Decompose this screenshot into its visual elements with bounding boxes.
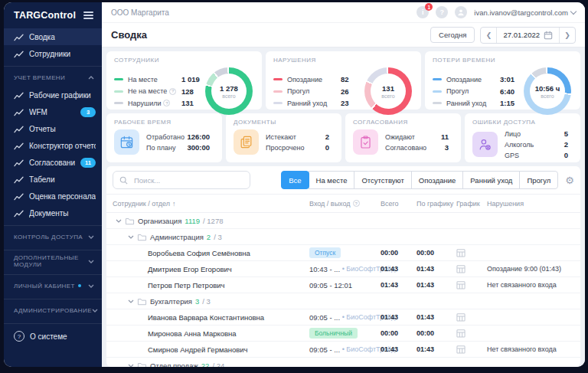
filter-button-отсутствуют[interactable]: Отсутствуют xyxy=(354,171,411,189)
total-hours: 01:43 xyxy=(381,265,416,273)
column-header-label: Всего xyxy=(381,200,399,208)
help-circle-icon[interactable]: ? xyxy=(163,100,170,106)
user-menu[interactable]: ivan.ivanov@targcontrol.com xyxy=(474,8,576,17)
menu-icon[interactable] xyxy=(83,11,93,19)
employee-row[interactable]: Петров Петр Петрович09:05 - 12:0101:4301… xyxy=(106,277,580,293)
row-expand-chevron-icon[interactable] xyxy=(116,219,122,223)
date-picker[interactable]: 27.01.2022 xyxy=(497,31,559,40)
info-card-title: РАБОЧЕЕ ВРЕМЯ xyxy=(114,119,214,126)
column-header[interactable]: По графику xyxy=(416,200,456,208)
employee-name: Смирнов Андрей Германович xyxy=(148,345,248,354)
help-icon[interactable]: ? xyxy=(436,6,448,18)
info-cards: РАБОЧЕЕ ВРЕМЯОтработано126:00По плану300… xyxy=(106,113,580,162)
sidebar-item-wfm[interactable]: WFM3 xyxy=(4,103,102,120)
group-row[interactable]: Организация1119/ 1278 xyxy=(106,213,580,229)
sidebar-item-согласование[interactable]: Согласование11 xyxy=(4,154,102,171)
prev-day-button[interactable]: ❮ xyxy=(481,28,497,43)
sidebar-item-label: Оценка персонала xyxy=(29,192,96,201)
schedule-icon[interactable] xyxy=(456,345,466,354)
column-header[interactable]: Всего xyxy=(381,200,416,208)
sidebar-item-отчеты[interactable]: Отчеты xyxy=(4,120,102,137)
group-present-count: 1119 xyxy=(185,217,200,225)
legend-item: Прогул6:40 xyxy=(433,87,514,96)
sidebar-item-документы[interactable]: Документы xyxy=(4,204,102,221)
filter-button-прогул[interactable]: Прогул xyxy=(519,171,558,189)
column-header[interactable]: Нарушения xyxy=(487,200,574,208)
filter-button-опоздание[interactable]: Опоздание xyxy=(411,171,464,189)
sidebar-section-header[interactable]: ЛИЧНЫЙ КАБИНЕТ xyxy=(4,276,102,295)
violation-text: Нет связанного входа xyxy=(487,345,574,353)
column-header-label: Нарушения xyxy=(487,200,524,208)
column-header[interactable]: График xyxy=(456,200,487,208)
schedule-icon[interactable] xyxy=(456,312,466,322)
info-card-title: ДОКУМЕНТЫ xyxy=(234,119,334,126)
info-stat-row: GPS0 xyxy=(505,151,573,159)
donut-total-label: всего xyxy=(541,93,554,99)
column-header[interactable]: Сотрудник / отдел↑ xyxy=(113,200,309,208)
info-stat-row: Алкоголь2 xyxy=(505,140,573,149)
sidebar-item-about[interactable]: ? О системе xyxy=(4,326,102,347)
group-row[interactable]: Администрация2/ 3 xyxy=(106,229,580,245)
notifications-icon[interactable]: i1 xyxy=(416,6,429,18)
schedule-icon[interactable] xyxy=(456,248,466,257)
employee-row[interactable]: Иванова Варвара Константиновна09:05 - ..… xyxy=(106,309,580,326)
employee-row[interactable]: Смирнов Андрей Германович09:05 - ... • Б… xyxy=(106,342,580,358)
info-stat-value: 11 xyxy=(441,133,449,141)
sidebar-item-конструктор-отчетов[interactable]: Конструктор отчетов xyxy=(4,137,102,154)
avatar[interactable] xyxy=(455,6,467,18)
sidebar-item-сотрудники[interactable]: Сотрудники xyxy=(4,45,102,62)
column-header-label: По графику xyxy=(416,200,453,208)
row-expand-chevron-icon[interactable] xyxy=(128,299,134,303)
folder-icon xyxy=(137,362,147,368)
info-stat-value: 300:00 xyxy=(187,143,210,152)
sidebar-sections-collapsed: КОНТРОЛЬ ДОСТУПАДОПОЛНИТЕЛЬНЫЕ МОДУЛИЛИЧ… xyxy=(4,221,102,319)
employee-row[interactable]: Миронова Анна МарковнаБольничный00:0000:… xyxy=(106,326,580,342)
help-circle-icon[interactable]: ? xyxy=(169,88,176,95)
schedule-icon[interactable] xyxy=(456,329,466,338)
gear-icon[interactable]: ⚙ xyxy=(565,175,574,185)
schedule-icon[interactable] xyxy=(456,264,466,273)
help-circle-icon[interactable]: ? xyxy=(353,200,360,207)
sidebar-item-оценка-персонала[interactable]: Оценка персонала xyxy=(4,188,102,204)
legend-label: Ранний уход xyxy=(446,100,486,107)
sidebar-section-header[interactable]: ДОПОЛНИТЕЛЬНЫЕ МОДУЛИ xyxy=(4,252,102,270)
search-box[interactable] xyxy=(113,171,250,189)
today-button[interactable]: Сегодня xyxy=(430,27,475,43)
legend-color-dash xyxy=(433,102,442,104)
employee-name: Иванова Варвара Константиновна xyxy=(148,313,264,322)
group-total-count: / 3 xyxy=(202,297,211,306)
filter-button-все[interactable]: Все xyxy=(281,171,309,189)
search-input[interactable] xyxy=(132,175,243,185)
sidebar-item-label: Конструктор отчетов xyxy=(29,142,96,150)
column-header[interactable]: Вход / выход? xyxy=(309,200,381,208)
total-hours: 00:00 xyxy=(381,329,416,337)
sidebar-item-рабочие-графики[interactable]: Рабочие графики xyxy=(4,87,102,103)
table-body: Организация1119/ 1278Администрация2/ 3Во… xyxy=(106,213,580,367)
sidebar-section-header[interactable]: АДМИНИСТРИРОВАНИЕ xyxy=(4,301,102,319)
group-row[interactable]: Бухгалтерия3/ 3 xyxy=(106,293,580,309)
info-stat-value: 3 xyxy=(445,143,449,152)
employee-row[interactable]: Воробьева София СемёновнаОтпуск00:0000:0… xyxy=(106,245,580,261)
section-time-header[interactable]: УЧЕТ ВРЕМЕНИ xyxy=(4,68,102,87)
row-expand-chevron-icon[interactable] xyxy=(128,364,134,368)
row-expand-chevron-icon[interactable] xyxy=(128,235,134,239)
sidebar-item-label: Отчеты xyxy=(29,125,56,133)
filter-button-на-месте[interactable]: На месте xyxy=(309,171,355,189)
chart-icon xyxy=(14,108,24,116)
calendar-icon xyxy=(544,31,553,40)
schedule-icon[interactable] xyxy=(456,280,466,290)
sidebar-item-табели[interactable]: Табели xyxy=(4,171,102,188)
next-day-button[interactable]: ❯ xyxy=(559,28,575,43)
person-denied-icon xyxy=(472,132,498,157)
sidebar-item-сводка[interactable]: Сводка xyxy=(4,28,102,45)
app-logo: TARGControl xyxy=(14,10,76,21)
sidebar-section-header[interactable]: КОНТРОЛЬ ДОСТУПА xyxy=(4,227,102,246)
filter-button-ранний-уход[interactable]: Ранний уход xyxy=(462,171,520,189)
employee-row[interactable]: Дмитриев Егор Егорович10:43 - ... • БиоС… xyxy=(106,261,580,277)
summary-card: СОТРУДНИКИНа месте1 019Не на месте?128На… xyxy=(106,51,262,110)
folder-icon xyxy=(137,297,147,306)
group-row[interactable]: Отдел продаж22/ 24 xyxy=(106,358,580,367)
sidebar-about-block: ? О системе xyxy=(4,323,102,347)
status-badge: Больничный xyxy=(309,328,358,339)
by-schedule-hours: 01:43 xyxy=(416,281,456,289)
